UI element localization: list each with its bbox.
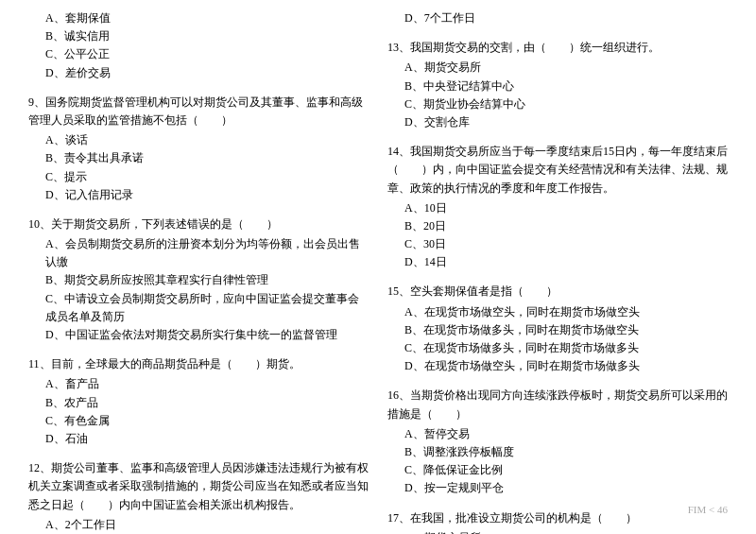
q15-option-b: B、在现货市场做多头，同时在期货市场做空头 (387, 321, 728, 339)
q14-option-b: B、20日 (387, 217, 728, 235)
question-17-text: 17、在我国，批准设立期货公司的机构是（ ） (387, 509, 728, 527)
q16-option-b: B、调整涨跌停板幅度 (387, 443, 728, 461)
q13-option-c: C、期货业协会结算中心 (387, 95, 728, 113)
question-block-12d: D、7个工作日 (387, 9, 728, 27)
question-14-text: 14、我国期货交易所应当于每一季度结束后15日内，每一年度结束后（ ）内，向中国… (387, 143, 728, 198)
option-b-prev: B、诚实信用 (28, 27, 369, 45)
q10-option-d: D、中国证监会依法对期货交易所实行集中统一的监督管理 (28, 326, 369, 344)
q11-option-a: A、畜产品 (28, 375, 369, 393)
q10-option-c: C、中请设立会员制期货交易所时，应向中国证监会提交董事会成员名单及简历 (28, 290, 369, 326)
q13-option-d: D、交割仓库 (387, 113, 728, 131)
q10-option-a: A、会员制期货交易所的注册资本划分为均等份额，出会员出售认缴 (28, 235, 369, 271)
option-c-prev: C、公平公正 (28, 45, 369, 63)
q11-option-d: D、石油 (28, 430, 369, 448)
q15-option-a: A、在现货市场做空头，同时在期货市场做空头 (387, 303, 728, 321)
watermark: FIM < 46 (688, 504, 728, 515)
question-block-14: 14、我国期货交易所应当于每一季度结束后15日内，每一年度结束后（ ）内，向中国… (387, 143, 728, 271)
question-block-12: 12、期货公司董事、监事和高级管理人员因涉嫌违法违规行为被有权机关立案调查或者采… (28, 459, 369, 534)
q15-option-c: C、在现货市场做多头，同时在期货市场做多头 (387, 339, 728, 357)
question-block-13: 13、我国期货交易的交割，由（ ）统一组织进行。 A、期货交易所 B、中央登记结… (387, 39, 728, 131)
q14-option-a: A、10日 (387, 199, 728, 217)
question-block-16: 16、当期货价格出现同方向连续涨跌停板时，期货交易所可以采用的措施是（ ） A、… (387, 387, 728, 497)
q9-option-b: B、责令其出具承诺 (28, 149, 369, 167)
q16-option-c: C、降低保证金比例 (387, 461, 728, 479)
question-15-text: 15、空头套期保值者是指（ ） (387, 283, 728, 301)
option-d-prev: D、差价交易 (28, 64, 369, 82)
q14-option-d: D、14日 (387, 253, 728, 271)
question-block-17: 17、在我国，批准设立期货公司的机构是（ ） A、期货交易所 B、期货结算部门 … (387, 509, 728, 535)
q9-option-d: D、记入信用记录 (28, 186, 369, 204)
q16-option-a: A、暂停交易 (387, 425, 728, 443)
q10-option-b: B、期货交易所应按照其章程实行自律性管理 (28, 271, 369, 289)
right-column: D、7个工作日 13、我国期货交易的交割，由（ ）统一组织进行。 A、期货交易所… (387, 9, 728, 534)
option-a-prev: A、套期保值 (28, 9, 369, 27)
main-columns: A、套期保值 B、诚实信用 C、公平公正 D、差价交易 9、国务院期货监督管理机… (28, 9, 728, 534)
question-10-text: 10、关于期货交易所，下列表述错误的是（ ） (28, 215, 369, 233)
question-block-prev-options: A、套期保值 B、诚实信用 C、公平公正 D、差价交易 (28, 9, 369, 82)
q16-option-d: D、按一定规则平仓 (387, 479, 728, 497)
q14-option-c: C、30日 (387, 235, 728, 253)
q15-option-d: D、在现货市场做空头，同时在期货市场做多头 (387, 357, 728, 375)
q13-option-b: B、中央登记结算中心 (387, 78, 728, 95)
question-12-text: 12、期货公司董事、监事和高级管理人员因涉嫌违法违规行为被有权机关立案调查或者采… (28, 459, 369, 514)
question-block-9: 9、国务院期货监督管理机构可以对期货公司及其董事、监事和高级管理人员采取的监管措… (28, 94, 369, 204)
q13-option-a: A、期货交易所 (387, 59, 728, 77)
page-container: A、套期保值 B、诚实信用 C、公平公正 D、差价交易 9、国务院期货监督管理机… (28, 9, 728, 534)
question-16-text: 16、当期货价格出现同方向连续涨跌停板时，期货交易所可以采用的措施是（ ） (387, 387, 728, 422)
left-column: A、套期保值 B、诚实信用 C、公平公正 D、差价交易 9、国务院期货监督管理机… (28, 9, 369, 534)
question-13-text: 13、我国期货交易的交割，由（ ）统一组织进行。 (387, 39, 728, 57)
question-block-15: 15、空头套期保值者是指（ ） A、在现货市场做空头，同时在期货市场做空头 B、… (387, 283, 728, 375)
q11-option-b: B、农产品 (28, 394, 369, 412)
q11-option-c: C、有色金属 (28, 412, 369, 430)
q9-option-c: C、提示 (28, 168, 369, 186)
q17-option-a: A、期货交易所 (387, 529, 728, 534)
q9-option-a: A、谈话 (28, 131, 369, 149)
question-9-text: 9、国务院期货监督管理机构可以对期货公司及其董事、监事和高级管理人员采取的监管措… (28, 94, 369, 129)
question-11-text: 11、目前，全球最大的商品期货品种是（ ）期货。 (28, 355, 369, 373)
q12-option-d: D、7个工作日 (387, 9, 728, 27)
question-block-11: 11、目前，全球最大的商品期货品种是（ ）期货。 A、畜产品 B、农产品 C、有… (28, 355, 369, 448)
question-block-10: 10、关于期货交易所，下列表述错误的是（ ） A、会员制期货交易所的注册资本划分… (28, 215, 369, 344)
q12-option-a: A、2个工作日 (28, 516, 369, 534)
